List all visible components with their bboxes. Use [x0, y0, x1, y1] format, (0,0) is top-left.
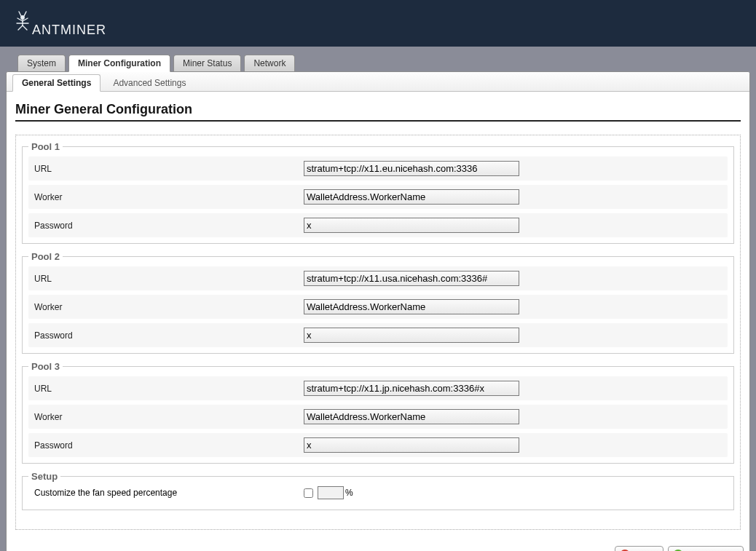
main-tabs: System Miner Configuration Miner Status …	[3, 54, 753, 71]
tab-network[interactable]: Network	[244, 55, 295, 72]
pool-1-legend: Pool 1	[28, 141, 63, 152]
brand-logo: ANTMINER	[13, 9, 106, 38]
pool-2-password-label: Password	[34, 330, 304, 341]
pool-1-password-label: Password	[34, 221, 304, 231]
pool-1-fieldset: Pool 1 URL Worker Password	[22, 141, 734, 244]
pool-1-worker-label: Worker	[34, 192, 304, 202]
tab-miner-configuration[interactable]: Miner Configuration	[68, 55, 170, 72]
percent-symbol: %	[345, 488, 353, 498]
pool-2-worker-input[interactable]	[304, 299, 519, 314]
reset-button[interactable]: ✕ Reset	[615, 546, 664, 551]
form-area: Pool 1 URL Worker Password	[15, 135, 741, 530]
save-apply-button[interactable]: ✓ Save&Apply	[668, 546, 744, 551]
pool-3-url-input[interactable]	[304, 381, 519, 396]
pool-3-fieldset: Pool 3 URL Worker Password	[22, 361, 734, 464]
pool-3-password-input[interactable]	[304, 437, 519, 453]
fan-speed-checkbox[interactable]	[304, 488, 313, 498]
top-bar: ANTMINER	[0, 0, 756, 47]
tab-system[interactable]: System	[17, 55, 66, 72]
pool-1-worker-input[interactable]	[304, 189, 519, 205]
pool-2-password-input[interactable]	[304, 328, 519, 343]
pool-3-worker-input[interactable]	[304, 409, 519, 424]
pool-3-password-label: Password	[34, 440, 304, 451]
setup-legend: Setup	[28, 471, 60, 482]
pool-2-url-label: URL	[34, 274, 304, 284]
fan-speed-input[interactable]	[318, 486, 344, 499]
pool-2-worker-label: Worker	[34, 302, 304, 312]
page-title: Miner General Configuration	[15, 102, 741, 122]
subtab-general-settings[interactable]: General Settings	[12, 74, 101, 92]
pool-1-url-label: URL	[34, 164, 304, 174]
setup-fieldset: Setup Customize the fan speed percentage…	[22, 471, 734, 510]
pool-1-url-input[interactable]	[304, 161, 519, 176]
pool-2-fieldset: Pool 2 URL Worker Password	[22, 251, 734, 354]
main-panel: General Settings Advanced Settings Miner…	[6, 71, 750, 551]
footer-buttons: ✕ Reset ✓ Save&Apply	[7, 539, 749, 551]
fan-speed-label: Customize the fan speed percentage	[34, 488, 304, 498]
pool-3-url-label: URL	[34, 384, 304, 394]
pool-3-worker-label: Worker	[34, 412, 304, 422]
ant-icon	[13, 9, 32, 36]
pool-2-url-input[interactable]	[304, 271, 519, 286]
pool-1-password-input[interactable]	[304, 218, 519, 233]
sub-tabs: General Settings Advanced Settings	[7, 72, 749, 92]
brand-text-thin: ANT	[32, 23, 60, 37]
brand-text-bold: MINER	[60, 23, 106, 37]
pool-2-legend: Pool 2	[28, 251, 63, 262]
pool-3-legend: Pool 3	[28, 361, 63, 372]
tab-miner-status[interactable]: Miner Status	[173, 55, 241, 72]
subtab-advanced-settings[interactable]: Advanced Settings	[103, 74, 195, 92]
